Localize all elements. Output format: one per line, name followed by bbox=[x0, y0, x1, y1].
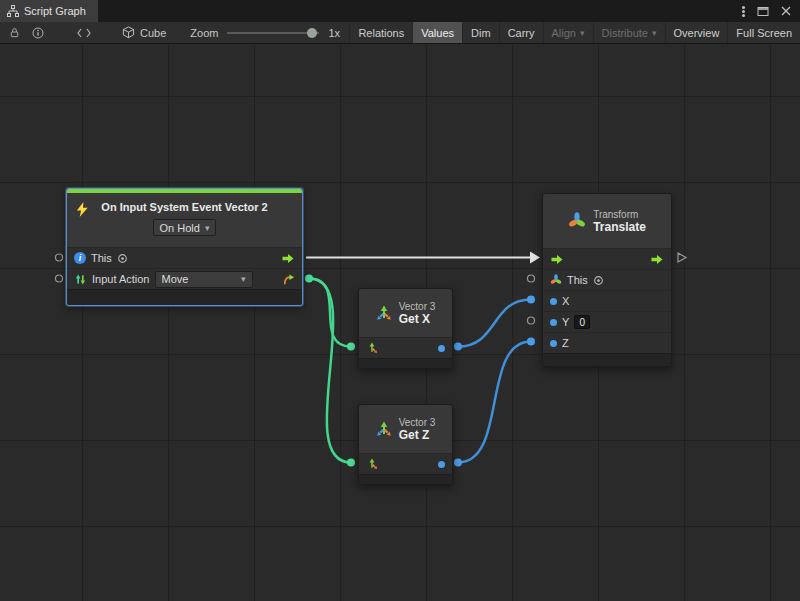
translate-flow-row bbox=[543, 248, 671, 269]
node-footer bbox=[67, 289, 302, 305]
getz-port-row bbox=[359, 453, 452, 474]
toolbar-button-relations[interactable]: Relations bbox=[349, 22, 412, 43]
port-getz-output[interactable] bbox=[454, 459, 462, 467]
chevron-down-icon: ▾ bbox=[205, 223, 210, 233]
zoom-control: Zoom 1x bbox=[190, 22, 340, 44]
object-picker-icon[interactable] bbox=[593, 275, 604, 286]
coroutine-arrow-icon[interactable] bbox=[282, 273, 295, 286]
port-translate-z-input[interactable] bbox=[527, 338, 535, 346]
port-translate-y-input[interactable] bbox=[528, 317, 535, 324]
vector3-icon bbox=[376, 421, 392, 437]
this-label: This bbox=[567, 274, 588, 286]
this-label: This bbox=[91, 252, 112, 264]
node-title: On Input System Event Vector 2 bbox=[67, 193, 302, 213]
node-name: Get X bbox=[399, 312, 436, 326]
tab-title: Script Graph bbox=[24, 5, 86, 17]
translate-node-header: Transform Translate bbox=[543, 194, 671, 248]
vector3-icon bbox=[376, 305, 392, 321]
x-input-port[interactable] bbox=[550, 298, 557, 305]
object-picker-icon[interactable] bbox=[117, 253, 128, 264]
getx-node-header: Vector 3 Get X bbox=[359, 289, 452, 337]
port-getx-output[interactable] bbox=[454, 343, 462, 351]
chevron-down-icon: ▾ bbox=[652, 28, 657, 38]
y-value-field[interactable] bbox=[574, 315, 590, 329]
node-category: Vector 3 bbox=[399, 301, 436, 312]
toolbar-buttons: Relations Values Dim Carry Align▾ Distri… bbox=[349, 22, 800, 43]
target-object-button[interactable]: Cube bbox=[122, 26, 166, 39]
tab-script-graph[interactable]: Script Graph bbox=[0, 0, 98, 22]
zoom-slider-handle[interactable] bbox=[307, 28, 317, 38]
close-icon[interactable] bbox=[781, 6, 791, 16]
port-getz-input[interactable] bbox=[347, 459, 355, 467]
translate-this-row: This bbox=[543, 269, 671, 290]
zoom-slider[interactable] bbox=[227, 22, 319, 44]
y-input-port[interactable] bbox=[550, 319, 557, 326]
y-label: Y bbox=[562, 316, 569, 328]
info-icon[interactable] bbox=[26, 22, 50, 44]
port-translate-x-input[interactable] bbox=[527, 296, 535, 304]
lock-icon[interactable] bbox=[2, 22, 26, 44]
input-action-label: Input Action bbox=[92, 273, 150, 285]
vector3-port-icon[interactable] bbox=[366, 458, 378, 470]
z-input-port[interactable] bbox=[550, 340, 557, 347]
edge-getz-to-z[interactable] bbox=[458, 342, 531, 463]
toolbar-button-fullscreen[interactable]: Full Screen bbox=[727, 22, 800, 43]
event-node-header: On Input System Event Vector 2 On Hold ▾ bbox=[67, 193, 302, 247]
input-action-icon bbox=[74, 273, 87, 286]
node-category: Vector 3 bbox=[399, 417, 436, 428]
translate-y-row: Y bbox=[543, 311, 671, 332]
code-preview-icon[interactable] bbox=[72, 22, 96, 44]
toolbar-button-align[interactable]: Align▾ bbox=[543, 22, 593, 43]
edge-flow-arrowhead bbox=[530, 252, 540, 264]
node-footer bbox=[359, 474, 452, 484]
edge-getx-to-x[interactable] bbox=[458, 300, 531, 347]
edge-vector-to-getx[interactable] bbox=[309, 279, 351, 347]
port-getx-input[interactable] bbox=[347, 343, 355, 351]
toolbar-button-distribute[interactable]: Distribute▾ bbox=[593, 22, 665, 43]
zoom-label: Zoom bbox=[190, 27, 218, 39]
graph-canvas[interactable]: On Input System Event Vector 2 On Hold ▾… bbox=[0, 44, 800, 601]
port-event-target-input[interactable] bbox=[56, 275, 63, 282]
input-action-dropdown[interactable]: Move ▾ bbox=[155, 271, 253, 288]
port-translate-this-input[interactable] bbox=[528, 275, 535, 282]
x-label: X bbox=[562, 295, 569, 307]
node-translate[interactable]: Transform Translate bbox=[542, 193, 672, 367]
getz-node-header: Vector 3 Get Z bbox=[359, 405, 452, 453]
float-output-port[interactable] bbox=[438, 461, 445, 468]
maximize-icon[interactable] bbox=[757, 6, 769, 17]
port-event-flow-input[interactable] bbox=[56, 254, 63, 261]
translate-x-row: X bbox=[543, 290, 671, 311]
event-this-row: i This bbox=[67, 247, 302, 268]
lightning-icon bbox=[75, 202, 90, 217]
z-label: Z bbox=[562, 337, 569, 349]
toolbar-button-values[interactable]: Values bbox=[412, 22, 462, 43]
node-on-input-system-event[interactable]: On Input System Event Vector 2 On Hold ▾… bbox=[66, 188, 303, 306]
toolbar-button-overview[interactable]: Overview bbox=[665, 22, 728, 43]
chevron-down-icon: ▾ bbox=[241, 274, 246, 284]
toolbar: Cube Zoom 1x Relations Values Dim Carry … bbox=[0, 22, 800, 44]
zoom-slider-track[interactable] bbox=[227, 32, 319, 34]
tabbar: Script Graph bbox=[0, 0, 800, 22]
toolbar-button-dim[interactable]: Dim bbox=[462, 22, 499, 43]
toolbar-button-carry[interactable]: Carry bbox=[499, 22, 543, 43]
node-get-z[interactable]: Vector 3 Get Z bbox=[358, 404, 453, 485]
menu-icon[interactable] bbox=[742, 10, 745, 13]
getx-port-row bbox=[359, 337, 452, 358]
flow-out-arrow-icon[interactable] bbox=[650, 254, 664, 265]
chevron-down-icon: ▾ bbox=[580, 28, 585, 38]
self-transform-icon bbox=[550, 274, 562, 286]
target-object-label: Cube bbox=[140, 27, 166, 39]
port-event-vector-output[interactable] bbox=[305, 275, 313, 283]
node-get-x[interactable]: Vector 3 Get X bbox=[358, 288, 453, 369]
window-controls bbox=[742, 0, 800, 22]
float-output-port[interactable] bbox=[438, 345, 445, 352]
vector3-port-icon[interactable] bbox=[366, 342, 378, 354]
event-mode-dropdown[interactable]: On Hold ▾ bbox=[153, 219, 217, 236]
node-category: Transform bbox=[593, 209, 646, 220]
flow-in-arrow-icon[interactable] bbox=[550, 254, 564, 265]
transform-icon bbox=[568, 212, 586, 230]
cube-icon bbox=[122, 26, 135, 39]
node-footer bbox=[359, 358, 452, 368]
port-translate-flow-output[interactable] bbox=[678, 253, 686, 262]
flow-arrow-icon[interactable] bbox=[281, 253, 295, 264]
